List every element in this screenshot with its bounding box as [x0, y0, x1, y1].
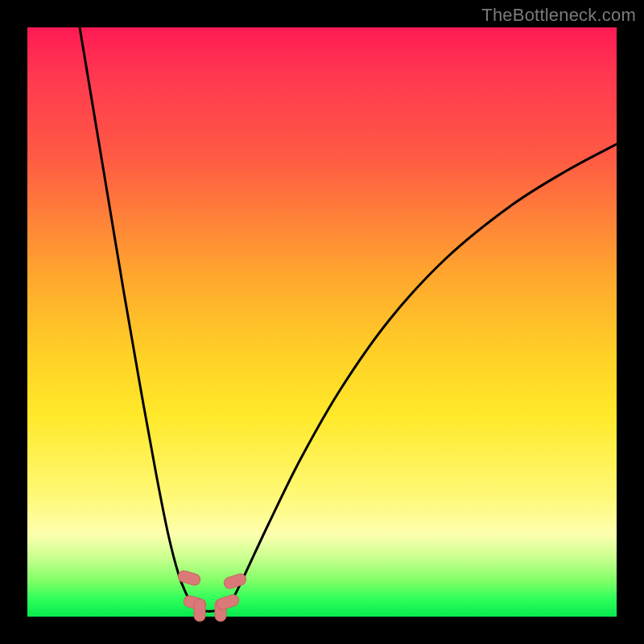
marker-knee-right-upper: [223, 572, 248, 590]
bottleneck-curve: [80, 27, 617, 611]
marker-valley-left: [194, 599, 205, 621]
svg-rect-4: [216, 593, 241, 611]
svg-rect-5: [223, 572, 248, 590]
svg-rect-2: [194, 599, 205, 621]
svg-rect-0: [177, 569, 202, 586]
bottleneck-curve-svg: [27, 27, 617, 617]
watermark-text: TheBottleneck.com: [481, 5, 636, 26]
plot-area: [27, 27, 617, 617]
chart-frame: TheBottleneck.com: [0, 0, 644, 644]
marker-knee-left-upper: [177, 569, 202, 586]
marker-knee-right-lower: [216, 593, 241, 611]
